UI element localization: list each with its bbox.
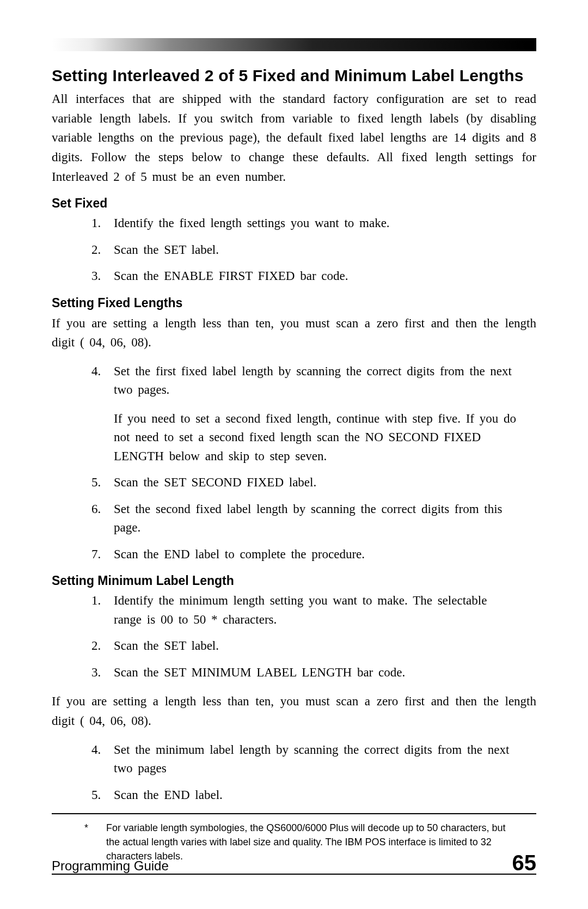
page-title: Setting Interleaved 2 of 5 Fixed and Min… (52, 66, 536, 85)
footer-label: Programming Guide (52, 858, 169, 874)
list-item-subtext: If you need to set a second fixed length… (114, 410, 520, 466)
list-item: Identify the fixed length settings you w… (106, 214, 536, 233)
page-number: 65 (512, 851, 537, 875)
list-item: Set the minimum label length by scanning… (106, 741, 536, 778)
section-heading-set-fixed: Set Fixed (52, 196, 536, 211)
set-fixed-list: Identify the fixed length settings you w… (52, 214, 536, 286)
list-item: Set the first fixed label length by scan… (106, 362, 536, 466)
min-length-intro2: If you are setting a length less than te… (52, 692, 536, 730)
list-item: Scan the END label. (106, 786, 536, 805)
header-band (52, 38, 536, 51)
section-heading-min-length: Setting Minimum Label Length (52, 574, 536, 588)
list-item: Set the second fixed label length by sca… (106, 500, 536, 538)
list-item: Scan the SET MINIMUM LABEL LENGTH bar co… (106, 663, 536, 682)
list-item: Scan the SET SECOND FIXED label. (106, 473, 536, 492)
list-item: Scan the SET label. (106, 637, 536, 656)
fixed-lengths-list: Set the first fixed label length by scan… (52, 362, 536, 564)
gradient-bar (52, 38, 536, 51)
min-length-list-a: Identify the minimum length setting you … (52, 591, 536, 682)
intro-paragraph: All interfaces that are shipped with the… (52, 89, 536, 186)
list-item: Scan the END label to complete the proce… (106, 545, 536, 564)
min-length-list-b: Set the minimum label length by scanning… (52, 741, 536, 805)
list-item-text: Set the first fixed label length by scan… (114, 364, 512, 397)
section-heading-fixed-lengths: Setting Fixed Lengths (52, 296, 536, 310)
page-footer: Programming Guide 65 (52, 851, 536, 875)
list-item: Scan the SET label. (106, 241, 536, 260)
list-item: Scan the ENABLE FIRST FIXED bar code. (106, 267, 536, 286)
fixed-lengths-intro: If you are setting a length less than te… (52, 314, 536, 352)
list-item: Identify the minimum length setting you … (106, 591, 536, 629)
footnote-rule-top (52, 813, 536, 814)
document-page: Setting Interleaved 2 of 5 Fixed and Min… (0, 0, 588, 909)
